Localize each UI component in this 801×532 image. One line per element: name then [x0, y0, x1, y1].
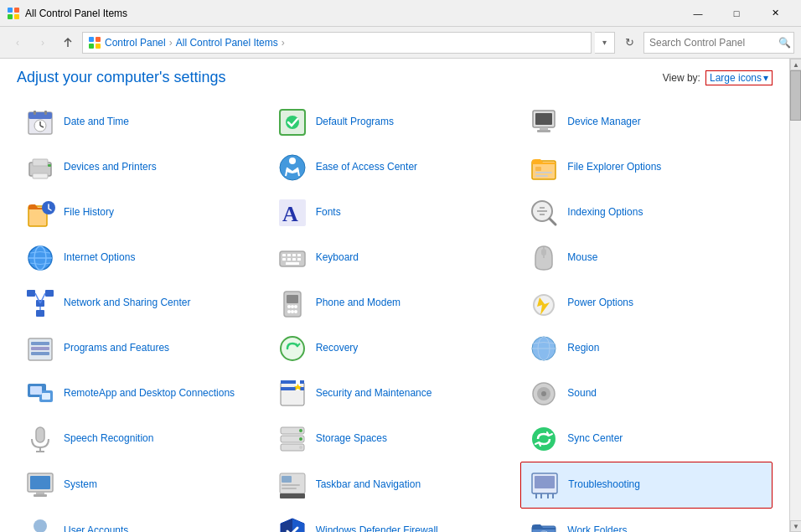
- svg-rect-50: [282, 258, 286, 261]
- svg-point-70: [291, 310, 294, 313]
- grid-item-default-programs[interactable]: Default Programs: [269, 100, 521, 145]
- scroll-up-button[interactable]: ▲: [790, 59, 801, 70]
- svg-rect-56: [541, 249, 546, 256]
- svg-point-91: [541, 391, 546, 396]
- power-options-icon: [527, 287, 561, 320]
- phone-modem-label: Phone and Modem: [316, 297, 400, 310]
- svg-rect-46: [282, 254, 286, 256]
- grid-item-programs-features[interactable]: Programs and Features: [17, 326, 269, 371]
- grid-item-mouse[interactable]: Mouse: [520, 235, 773, 281]
- grid-item-sound[interactable]: Sound: [520, 371, 773, 416]
- work-folders-label: Work Folders: [567, 524, 627, 532]
- grid-item-storage-spaces[interactable]: Storage Spaces: [269, 416, 521, 462]
- svg-point-77: [281, 337, 304, 360]
- grid-item-fonts[interactable]: AFonts: [269, 190, 521, 235]
- grid-item-recovery[interactable]: Recovery: [269, 326, 521, 371]
- storage-spaces-icon: [276, 422, 309, 456]
- internet-options-icon: [23, 241, 57, 275]
- minimize-button[interactable]: —: [679, 0, 717, 27]
- grid-item-device-manager[interactable]: Device Manager: [520, 100, 773, 145]
- up-button[interactable]: [57, 32, 79, 54]
- svg-rect-65: [287, 295, 298, 303]
- grid-item-troubleshooting[interactable]: Troubleshooting: [520, 462, 773, 509]
- svg-rect-52: [292, 258, 296, 261]
- remoteapp-icon: [23, 377, 57, 411]
- device-manager-label: Device Manager: [567, 116, 640, 129]
- svg-rect-59: [45, 290, 54, 297]
- svg-point-67: [291, 305, 294, 308]
- file-explorer-icon: [527, 151, 561, 184]
- grid-item-taskbar-nav[interactable]: Taskbar and Navigation: [269, 462, 521, 509]
- windows-defender-icon: [276, 514, 309, 532]
- svg-rect-5: [96, 37, 101, 42]
- svg-rect-107: [280, 493, 305, 498]
- svg-rect-24: [48, 164, 51, 167]
- security-maintenance-label: Security and Maintenance: [316, 387, 432, 400]
- grid-item-system[interactable]: System: [17, 462, 269, 509]
- system-label: System: [64, 478, 97, 492]
- svg-rect-30: [535, 167, 541, 171]
- troubleshooting-label: Troubleshooting: [568, 478, 640, 492]
- svg-rect-112: [535, 476, 555, 488]
- scroll-track[interactable]: [790, 70, 801, 520]
- view-by-value[interactable]: Large icons ▾: [705, 70, 773, 85]
- region-icon: [527, 332, 561, 365]
- address-dropdown[interactable]: ▾: [595, 32, 615, 54]
- grid-item-keyboard[interactable]: Keyboard: [269, 235, 521, 281]
- svg-rect-57: [27, 290, 35, 297]
- taskbar-nav-label: Taskbar and Navigation: [316, 478, 421, 492]
- grid-item-remoteapp[interactable]: RemoteApp and Desktop Connections: [17, 371, 269, 416]
- date-time-label: Date and Time: [64, 116, 129, 129]
- svg-rect-53: [297, 258, 301, 261]
- scroll-down-button[interactable]: ▼: [790, 520, 801, 532]
- grid-item-user-accounts[interactable]: User Accounts: [17, 509, 269, 532]
- grid-item-file-explorer[interactable]: File Explorer Options: [520, 145, 773, 190]
- path-segment-2[interactable]: All Control Panel Items: [176, 37, 278, 49]
- grid-item-internet-options[interactable]: Internet Options: [17, 235, 269, 281]
- path-segment-1[interactable]: Control Panel: [105, 37, 166, 49]
- devices-printers-icon: [23, 151, 57, 184]
- search-input[interactable]: [649, 37, 775, 49]
- grid-item-sync-center[interactable]: Sync Center: [520, 416, 773, 462]
- scrollbar[interactable]: ▲ ▼: [789, 59, 801, 532]
- forward-button[interactable]: ›: [32, 32, 54, 54]
- grid-item-region[interactable]: Region: [520, 326, 773, 371]
- file-history-label: File History: [64, 206, 114, 220]
- device-manager-icon: [527, 106, 561, 139]
- grid-item-indexing[interactable]: Indexing Options: [520, 190, 773, 235]
- svg-rect-19: [540, 127, 548, 130]
- back-button[interactable]: ‹: [7, 32, 28, 54]
- svg-rect-0: [8, 8, 13, 13]
- window-title: All Control Panel Items: [25, 8, 679, 19]
- grid-item-work-folders[interactable]: Work Folders: [520, 509, 773, 532]
- indexing-label: Indexing Options: [567, 206, 643, 220]
- page-title: Adjust your computer's settings: [17, 69, 226, 86]
- title-bar: All Control Panel Items — □ ✕: [0, 0, 801, 27]
- sync-center-icon: [527, 422, 561, 456]
- address-path[interactable]: Control Panel › All Control Panel Items …: [82, 32, 592, 54]
- grid-item-phone-modem[interactable]: Phone and Modem: [269, 281, 521, 326]
- grid-item-date-time[interactable]: Date and Time: [17, 100, 269, 145]
- grid-item-power-options[interactable]: Power Options: [520, 281, 773, 326]
- scroll-thumb[interactable]: [790, 70, 801, 121]
- svg-rect-3: [14, 14, 19, 19]
- programs-features-label: Programs and Features: [64, 342, 169, 355]
- svg-rect-1: [14, 8, 19, 13]
- refresh-button[interactable]: ↻: [618, 32, 640, 54]
- grid-item-speech[interactable]: Speech Recognition: [17, 416, 269, 462]
- maximize-button[interactable]: □: [717, 0, 756, 27]
- close-button[interactable]: ✕: [756, 0, 794, 27]
- grid-item-file-history[interactable]: File History: [17, 190, 269, 235]
- svg-rect-9: [28, 112, 52, 119]
- search-box[interactable]: 🔍: [643, 32, 794, 54]
- grid-item-windows-defender[interactable]: Windows Defender Firewall: [269, 509, 521, 532]
- power-options-label: Power Options: [567, 297, 633, 310]
- mouse-label: Mouse: [567, 251, 597, 265]
- window-controls: — □ ✕: [679, 0, 794, 27]
- grid-item-network-sharing[interactable]: Network and Sharing Center: [17, 281, 269, 326]
- grid-item-devices-printers[interactable]: Devices and Printers: [17, 145, 269, 190]
- svg-rect-32: [535, 175, 548, 177]
- grid-item-security-maintenance[interactable]: Security and Maintenance: [269, 371, 521, 416]
- grid-item-ease-access[interactable]: Ease of Access Center: [269, 145, 521, 190]
- svg-rect-51: [287, 258, 291, 261]
